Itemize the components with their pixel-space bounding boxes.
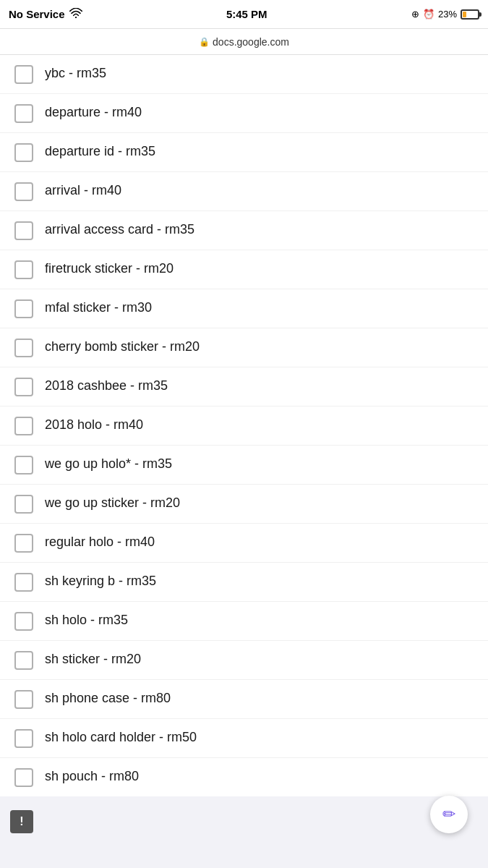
status-right: ⊕ ⏰ 23% (411, 9, 479, 20)
list-item: we go up sticker - rm20 (0, 485, 488, 524)
item-label: arrival access card - rm35 (45, 221, 474, 238)
checkbox[interactable] (14, 260, 33, 279)
status-left: No Service (9, 8, 82, 20)
item-label: we go up holo* - rm35 (45, 455, 474, 472)
item-label: sh pouch - rm80 (45, 767, 474, 785)
item-label: sh keyring b - rm35 (45, 572, 474, 590)
alarm-icon: ⏰ (423, 9, 435, 20)
list-item: sh holo - rm35 (0, 602, 488, 641)
checkbox[interactable] (14, 495, 33, 514)
checkbox[interactable] (14, 299, 33, 318)
info-button[interactable]: ! (10, 810, 33, 833)
status-bar: No Service 5:45 PM ⊕ ⏰ 23% (0, 0, 488, 29)
checkbox[interactable] (14, 456, 33, 475)
checkbox[interactable] (14, 573, 33, 592)
list-item: departure - rm40 (0, 94, 488, 133)
list-item: departure id - rm35 (0, 133, 488, 172)
battery-percent: 23% (438, 9, 457, 20)
orientation-icon: ⊕ (411, 9, 419, 20)
list-item: sh sticker - rm20 (0, 641, 488, 680)
checkbox[interactable] (14, 612, 33, 631)
checkbox[interactable] (14, 65, 33, 84)
url-text: 🔒 docs.google.com (199, 36, 289, 48)
item-label: sh sticker - rm20 (45, 650, 474, 668)
checkbox[interactable] (14, 104, 33, 123)
item-label: sh holo card holder - rm50 (45, 728, 474, 746)
battery-icon (461, 9, 479, 20)
url-domain: docs.google.com (213, 36, 289, 48)
checkbox[interactable] (14, 729, 33, 748)
item-label: ybc - rm35 (45, 64, 474, 82)
list-item: we go up holo* - rm35 (0, 446, 488, 485)
no-service-text: No Service (9, 8, 65, 20)
list-item: sh pouch - rm80 (0, 758, 488, 796)
lock-icon: 🔒 (199, 37, 210, 47)
item-label: arrival - rm40 (45, 182, 474, 199)
item-label: departure id - rm35 (45, 142, 474, 160)
list-item: sh phone case - rm80 (0, 680, 488, 719)
item-label: cherry bomb sticker - rm20 (45, 338, 474, 355)
fab-edit-button[interactable]: ✏ (430, 796, 468, 833)
checkbox[interactable] (14, 378, 33, 396)
checkbox[interactable] (14, 651, 33, 670)
list-item: arrival - rm40 (0, 172, 488, 211)
list-item: mfal sticker - rm30 (0, 289, 488, 328)
item-label: regular holo - rm40 (45, 533, 474, 550)
checkbox[interactable] (14, 339, 33, 357)
wifi-icon (69, 8, 82, 20)
list-item: sh keyring b - rm35 (0, 563, 488, 602)
list-item: cherry bomb sticker - rm20 (0, 328, 488, 367)
item-label: 2018 cashbee - rm35 (45, 377, 474, 394)
list-item: sh holo card holder - rm50 (0, 719, 488, 758)
url-bar[interactable]: 🔒 docs.google.com (0, 29, 488, 55)
exclamation-icon: ! (20, 815, 23, 828)
checkbox[interactable] (14, 221, 33, 240)
list-item: 2018 holo - rm40 (0, 407, 488, 446)
item-label: sh phone case - rm80 (45, 689, 474, 707)
item-label: firetruck sticker - rm20 (45, 260, 474, 277)
list-item: ybc - rm35 (0, 55, 488, 94)
checklist-content: ybc - rm35departure - rm40departure id -… (0, 55, 488, 796)
list-item: 2018 cashbee - rm35 (0, 367, 488, 407)
item-label: we go up sticker - rm20 (45, 494, 474, 511)
list-item: firetruck sticker - rm20 (0, 250, 488, 289)
item-label: 2018 holo - rm40 (45, 416, 474, 433)
checkbox[interactable] (14, 534, 33, 553)
item-label: departure - rm40 (45, 103, 474, 121)
checkbox[interactable] (14, 690, 33, 709)
battery-fill (463, 12, 466, 17)
checkbox[interactable] (14, 768, 33, 787)
checkbox[interactable] (14, 417, 33, 435)
battery-container (461, 9, 479, 20)
status-time: 5:45 PM (226, 8, 267, 20)
list-item: arrival access card - rm35 (0, 211, 488, 250)
list-item: regular holo - rm40 (0, 524, 488, 563)
item-label: sh holo - rm35 (45, 611, 474, 629)
checkbox[interactable] (14, 182, 33, 201)
edit-icon: ✏ (442, 805, 455, 824)
item-label: mfal sticker - rm30 (45, 299, 474, 316)
svg-point-0 (74, 17, 76, 18)
checkbox[interactable] (14, 143, 33, 162)
